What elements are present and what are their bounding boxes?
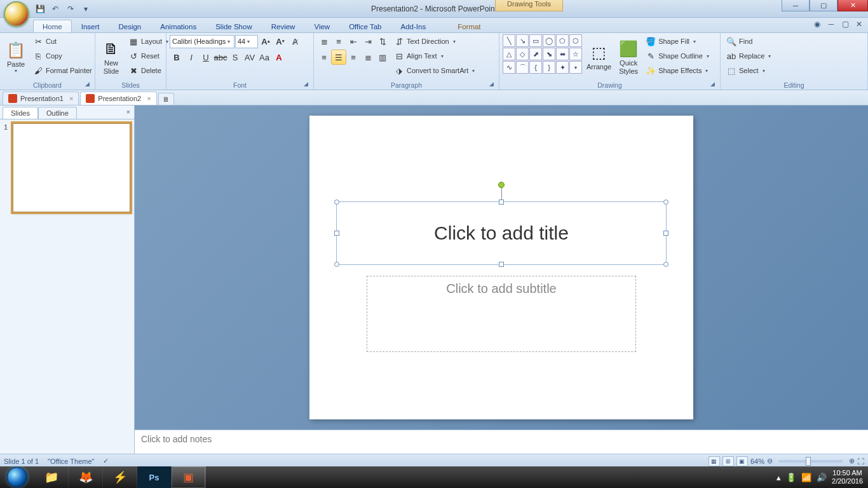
delete-button[interactable]: ✖Delete <box>126 64 171 78</box>
columns-button[interactable]: ▥ <box>376 50 390 64</box>
shadow-button[interactable]: S <box>228 50 242 64</box>
zoom-in-button[interactable]: ⊕ <box>849 457 855 465</box>
clock[interactable]: 10:50 AM 2/20/2016 <box>832 469 863 485</box>
doctab-presentation2[interactable]: Presentation2× <box>80 92 156 105</box>
taskbar-explorer[interactable]: 📁 <box>34 466 69 488</box>
tray-chevron-icon[interactable]: ▴ <box>776 473 781 482</box>
zoom-slider[interactable] <box>779 460 843 463</box>
battery-icon[interactable]: 🔋 <box>786 473 796 482</box>
shape-outline-button[interactable]: ✎Shape Outline▾ <box>643 49 712 63</box>
slide-stage[interactable]: Click to add title Click to add subtitle <box>135 105 868 430</box>
align-center-button[interactable]: ☰ <box>332 50 346 64</box>
spelling-icon[interactable]: ✓ <box>103 457 109 465</box>
notes-pane[interactable]: Click to add notes <box>135 430 868 454</box>
paste-button[interactable]: 📋 Paste ▾ <box>3 34 29 79</box>
decrease-indent-button[interactable]: ⇤ <box>346 34 360 48</box>
maximize-button[interactable]: ▢ <box>810 0 837 11</box>
increase-indent-button[interactable]: ⇥ <box>361 34 375 48</box>
new-doctab-button[interactable]: 🗎 <box>158 93 174 105</box>
quick-styles-button[interactable]: 🟩Quick Styles <box>616 34 641 79</box>
start-button[interactable] <box>0 466 34 488</box>
tab-insert[interactable]: Insert <box>72 20 109 32</box>
align-left-button[interactable]: ≡ <box>317 50 331 64</box>
underline-button[interactable]: U <box>199 50 213 64</box>
subtitle-placeholder[interactable]: Click to add subtitle <box>367 276 636 352</box>
convert-smartart-button[interactable]: ⬗Convert to SmartArt▾ <box>391 64 477 78</box>
redo-icon[interactable]: ↷ <box>64 2 78 16</box>
reset-button[interactable]: ↺Reset <box>126 49 171 63</box>
rotate-handle[interactable] <box>498 182 505 188</box>
strikethrough-button[interactable]: abc <box>214 50 227 64</box>
resize-handle[interactable] <box>663 200 668 205</box>
volume-icon[interactable]: 🔊 <box>817 473 827 482</box>
paragraph-launcher[interactable]: ◢ <box>489 81 497 88</box>
align-right-button[interactable]: ≡ <box>346 50 360 64</box>
font-color-button[interactable]: A <box>272 50 286 64</box>
resize-handle[interactable] <box>499 200 504 205</box>
resize-handle[interactable] <box>334 231 339 236</box>
resize-handle[interactable] <box>663 231 668 236</box>
align-text-button[interactable]: ⊟Align Text▾ <box>391 49 477 63</box>
resize-handle[interactable] <box>334 200 339 205</box>
sorter-view-button[interactable]: ⊞ <box>722 456 734 466</box>
taskbar-powerpoint[interactable]: ▣ <box>172 466 206 488</box>
tab-slide-show[interactable]: Slide Show <box>206 20 262 32</box>
new-slide-button[interactable]: 🗎 New Slide <box>98 34 124 79</box>
doctab-presentation1[interactable]: Presentation1× <box>3 92 79 105</box>
change-case-button[interactable]: Aa <box>257 50 271 64</box>
ribbon-restore-icon[interactable]: ▢ <box>840 20 850 30</box>
text-direction-button[interactable]: ⇵Text Direction▾ <box>391 34 477 48</box>
tab-add-ins[interactable]: Add-Ins <box>391 20 436 32</box>
select-button[interactable]: ⬚Select▾ <box>724 64 773 78</box>
normal-view-button[interactable]: ▦ <box>709 456 720 466</box>
cut-button[interactable]: ✂Cut <box>31 34 95 48</box>
close-tab-icon[interactable]: × <box>69 95 73 102</box>
tab-animations[interactable]: Animations <box>151 20 206 32</box>
minimize-button[interactable]: ─ <box>782 0 810 11</box>
bold-button[interactable]: B <box>170 50 184 64</box>
copy-button[interactable]: ⎘Copy <box>31 49 95 63</box>
tab-review[interactable]: Review <box>262 20 305 32</box>
clear-formatting-button[interactable]: A̷ <box>288 34 302 48</box>
taskbar-firefox[interactable]: 🦊 <box>69 466 103 488</box>
numbering-button[interactable]: ≡ <box>332 34 346 48</box>
fit-window-button[interactable]: ⛶ <box>857 458 864 465</box>
format-painter-button[interactable]: 🖌Format Painter <box>31 64 95 78</box>
slide-thumbnail[interactable]: 1 <box>4 123 130 212</box>
find-button[interactable]: 🔍Find <box>724 34 773 48</box>
zoom-thumb[interactable] <box>806 457 811 466</box>
replace-button[interactable]: abReplace▾ <box>724 49 773 63</box>
tab-format[interactable]: Format <box>448 20 490 32</box>
tab-office-tab[interactable]: Office Tab <box>339 20 391 32</box>
taskbar-photoshop[interactable]: Ps <box>137 466 172 488</box>
zoom-out-button[interactable]: ⊖ <box>767 457 773 465</box>
bullets-button[interactable]: ≣ <box>317 34 331 48</box>
resize-handle[interactable] <box>334 262 339 267</box>
close-button[interactable]: ✕ <box>837 0 868 11</box>
shrink-font-button[interactable]: A▾ <box>273 34 287 48</box>
ribbon-minimize-icon[interactable]: ─ <box>826 20 836 30</box>
shape-fill-button[interactable]: 🪣Shape Fill▾ <box>643 34 712 48</box>
tab-view[interactable]: View <box>304 20 339 32</box>
close-panel-icon[interactable]: × <box>126 108 130 116</box>
close-tab-icon[interactable]: × <box>147 95 151 102</box>
layout-button[interactable]: ▦Layout▾ <box>126 34 171 48</box>
undo-icon[interactable]: ↶ <box>48 2 62 16</box>
ribbon-close-icon[interactable]: ✕ <box>854 20 864 30</box>
char-spacing-button[interactable]: AV <box>243 50 257 64</box>
title-placeholder[interactable]: Click to add title <box>336 201 667 265</box>
justify-button[interactable]: ≣ <box>361 50 375 64</box>
help-icon[interactable]: ◉ <box>812 20 822 30</box>
resize-handle[interactable] <box>663 262 668 267</box>
arrange-button[interactable]: ⬚Arrange <box>584 34 614 79</box>
italic-button[interactable]: I <box>184 50 198 64</box>
font-family-combo[interactable]: Calibri (Headings▾ <box>170 35 234 48</box>
wifi-icon[interactable]: 📶 <box>801 473 811 482</box>
taskbar-winamp[interactable]: ⚡ <box>103 466 137 488</box>
clipboard-launcher[interactable]: ◢ <box>85 81 93 88</box>
resize-handle[interactable] <box>499 262 504 267</box>
drawing-launcher[interactable]: ◢ <box>710 81 718 88</box>
grow-font-button[interactable]: A▴ <box>259 34 273 48</box>
qat-dropdown-icon[interactable]: ▾ <box>79 2 93 16</box>
save-icon[interactable]: 💾 <box>33 2 47 16</box>
